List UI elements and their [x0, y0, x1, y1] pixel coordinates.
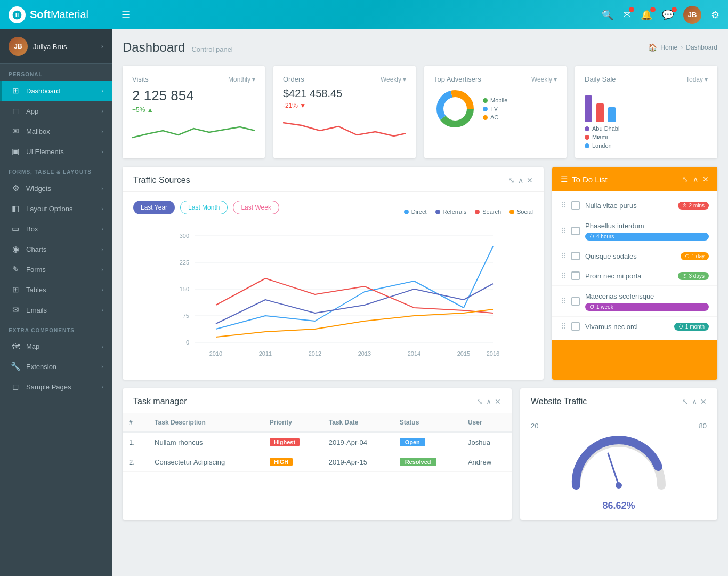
bottom-row: Task manager ⤡ ∧ ✕ # Task Descri — [123, 388, 717, 520]
sidebar-item-layout[interactable]: ◧ Layout Options › — [0, 198, 112, 219]
sidebar-item-extension[interactable]: 🔧 Extension › — [0, 356, 112, 377]
app-logo[interactable]: SoftMaterial — [9, 6, 115, 23]
sidebar-item-mailbox[interactable]: ✉ Mailbox › — [0, 121, 112, 141]
sidebar-item-arrow: › — [101, 226, 103, 232]
box-icon: ▭ — [10, 224, 21, 234]
todo-resize-icon[interactable]: ⤡ — [682, 175, 689, 183]
search-icon[interactable]: 🔍 — [602, 9, 613, 21]
filter-last-year[interactable]: Last Year — [133, 201, 175, 214]
todo-item-text: Maecenas scelerisque — [585, 292, 654, 300]
visits-period[interactable]: Monthly ▾ — [228, 76, 255, 83]
advertisers-donut: Mobile TV AC — [434, 87, 557, 130]
gauge-left-label: 20 — [531, 422, 538, 430]
ui-icon: ▣ — [10, 147, 21, 156]
sidebar-item-label: Box — [26, 225, 101, 233]
stat-card-daily-sale: Daily Sale Today ▾ — [575, 66, 717, 158]
advertisers-period[interactable]: Weekly ▾ — [531, 76, 557, 83]
orders-period[interactable]: Weekly ▾ — [381, 76, 406, 83]
svg-point-3 — [443, 97, 467, 121]
row-status: Resolved — [393, 452, 462, 472]
todo-item-text: Proin nec mi porta — [585, 272, 673, 280]
topnav: SoftMaterial ☰ 🔍 ✉ 🔔 💬 JB ⚙ — [0, 0, 728, 29]
breadcrumb-current[interactable]: Dashboard — [686, 44, 717, 51]
svg-text:225: 225 — [180, 259, 189, 266]
drag-handle-icon[interactable]: ⠿ — [561, 322, 566, 331]
close-icon[interactable]: ✕ — [527, 176, 533, 185]
sidebar-item-box[interactable]: ▭ Box › — [0, 219, 112, 239]
todo-header: ☰ To Do List ⤡ ∧ ✕ — [552, 167, 717, 191]
sidebar-item-tables[interactable]: ⊞ Tables › — [0, 279, 112, 300]
todo-card: ☰ To Do List ⤡ ∧ ✕ ⠿ Nulla vitae purus — [552, 167, 717, 380]
daily-sale-period[interactable]: Today ▾ — [686, 76, 708, 83]
todo-body: ⠿ Nulla vitae purus ⏱ 2 mins ⠿ Phasellus… — [552, 191, 717, 340]
todo-checkbox[interactable] — [571, 297, 580, 306]
sidebar-item-arrow: › — [101, 286, 103, 293]
traffic-sources-card: Traffic Sources ⤡ ∧ ✕ Last Year Last Mon… — [123, 167, 544, 380]
forms-icon: ✎ — [10, 265, 21, 274]
sidebar-item-charts[interactable]: ◉ Charts › — [0, 239, 112, 259]
mail-icon[interactable]: ✉ — [623, 9, 631, 21]
page-subtitle: Control panel — [191, 45, 232, 53]
todo-checkbox[interactable] — [571, 322, 580, 331]
filter-last-month[interactable]: Last Month — [180, 201, 228, 214]
resize-icon[interactable]: ⤡ — [508, 176, 515, 185]
sidebar-item-label: Map — [26, 342, 101, 350]
todo-title-icon: ☰ — [561, 174, 568, 184]
todo-item: ⠿ Nulla vitae purus ⏱ 2 mins — [552, 196, 717, 215]
traffic-sources-title: Traffic Sources — [133, 175, 190, 185]
sidebar-item-widgets[interactable]: ⚙ Widgets › — [0, 178, 112, 198]
todo-item-text: Quisque sodales — [585, 252, 675, 260]
sidebar-user[interactable]: JB Juliya Brus › — [0, 29, 112, 64]
topnav-right: 🔍 ✉ 🔔 💬 JB ⚙ — [602, 6, 719, 24]
todo-item: ⠿ Phasellus interdum ⏱ 4 hours — [552, 215, 717, 246]
sidebar-item-app[interactable]: ◻ App › — [0, 101, 112, 121]
collapse-icon[interactable]: ∧ — [486, 397, 491, 406]
bell-icon[interactable]: 🔔 — [641, 9, 652, 21]
row-status: Open — [393, 432, 462, 452]
collapse-icon[interactable]: ∧ — [518, 176, 523, 185]
todo-badge: ⏱ 1 week — [585, 303, 709, 311]
drag-handle-icon[interactable]: ⠿ — [561, 271, 566, 280]
collapse-icon[interactable]: ∧ — [692, 397, 697, 406]
settings-icon[interactable]: ⚙ — [711, 9, 719, 21]
visits-chart — [132, 119, 255, 146]
sidebar-item-arrow: › — [101, 205, 103, 212]
todo-checkbox[interactable] — [571, 201, 580, 210]
breadcrumb-home[interactable]: Home — [660, 44, 677, 51]
todo-checkbox[interactable] — [571, 271, 580, 280]
sidebar-item-emails[interactable]: ✉ Emails › — [0, 300, 112, 320]
sidebar-item-forms[interactable]: ✎ Forms › — [0, 259, 112, 279]
daily-sale-bars — [585, 87, 708, 122]
drag-handle-icon[interactable]: ⠿ — [561, 297, 566, 306]
col-status: Status — [393, 413, 462, 432]
col-desc: Task Description — [148, 413, 263, 432]
resize-icon[interactable]: ⤡ — [682, 397, 689, 406]
menu-toggle-icon[interactable]: ☰ — [122, 9, 130, 21]
sidebar-item-dashboard[interactable]: ⊞ Dashboard › — [0, 81, 112, 101]
charts-icon: ◉ — [10, 244, 21, 254]
row-priority: Highest — [263, 432, 322, 452]
todo-badge: ⏱ 1 month — [674, 323, 709, 331]
sidebar-item-map[interactable]: 🗺 Map › — [0, 337, 112, 356]
sidebar-item-label: App — [26, 107, 101, 115]
chat-icon[interactable]: 💬 — [662, 9, 674, 21]
resize-icon[interactable]: ⤡ — [476, 397, 483, 406]
page-header: Dashboard Control panel 🏠 Home › Dashboa… — [123, 40, 717, 55]
sidebar-item-sample[interactable]: ◻ Sample Pages › — [0, 377, 112, 397]
user-avatar[interactable]: JB — [683, 6, 701, 24]
website-traffic-header: Website Traffic ⤡ ∧ ✕ — [520, 388, 717, 413]
drag-handle-icon[interactable]: ⠿ — [561, 227, 566, 235]
drag-handle-icon[interactable]: ⠿ — [561, 201, 566, 210]
chart-filters: Last Year Last Month Last Week — [133, 201, 279, 214]
sidebar-item-ui-elements[interactable]: ▣ UI Elements › — [0, 141, 112, 162]
todo-close-icon[interactable]: ✕ — [702, 175, 709, 183]
todo-collapse-icon[interactable]: ∧ — [693, 175, 698, 183]
filter-last-week[interactable]: Last Week — [233, 201, 279, 214]
close-icon[interactable]: ✕ — [700, 397, 707, 406]
todo-checkbox[interactable] — [571, 252, 580, 260]
todo-checkbox[interactable] — [571, 227, 580, 235]
legend-referrals: Referrals — [435, 209, 467, 215]
close-icon[interactable]: ✕ — [495, 397, 501, 406]
row-date: 2019-Apr-15 — [322, 452, 393, 472]
drag-handle-icon[interactable]: ⠿ — [561, 252, 566, 260]
